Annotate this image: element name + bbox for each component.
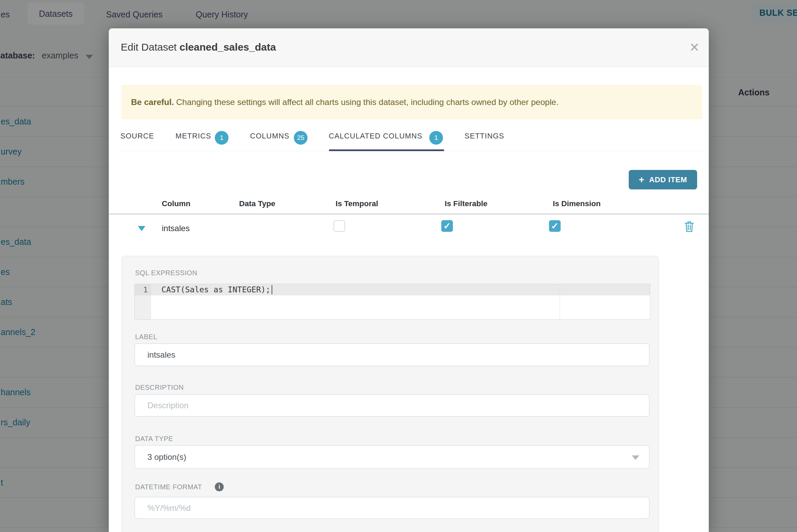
is-temporal-checkbox[interactable] bbox=[334, 220, 345, 232]
editor-line-number: 1 bbox=[135, 284, 151, 295]
modal-header: Edit Dataset cleaned_sales_data ✕ bbox=[109, 28, 709, 67]
editor-print-margin bbox=[560, 284, 560, 319]
warning-bold: Be careful. bbox=[131, 97, 174, 107]
caret-down-icon[interactable] bbox=[138, 226, 145, 231]
info-icon[interactable]: i bbox=[215, 482, 224, 491]
close-icon[interactable]: ✕ bbox=[686, 39, 703, 56]
tab-columns[interactable]: COLUMNS bbox=[250, 132, 289, 141]
is-filterable-checkbox[interactable] bbox=[441, 220, 453, 232]
sql-expression-editor[interactable]: 1 CAST(Sales as INTEGER); bbox=[134, 284, 650, 320]
warning-banner-text: Be careful. Changing these settings will… bbox=[121, 97, 559, 107]
data-type-value: 3 option(s) bbox=[147, 452, 186, 462]
is-dimension-checkbox[interactable] bbox=[549, 220, 561, 232]
trash-icon[interactable] bbox=[684, 221, 694, 232]
warning-rest: Changing these settings will affect all … bbox=[174, 97, 559, 107]
modal-title-dataset-name: cleaned_sales_data bbox=[180, 41, 276, 53]
calculated-columns-count-badge: 1 bbox=[429, 131, 443, 145]
description-input[interactable] bbox=[134, 394, 650, 417]
column-header-column: Column bbox=[162, 199, 191, 208]
sql-expression-label: SQL EXPRESSION bbox=[135, 269, 197, 277]
datetime-format-field-label: DATETIME FORMAT bbox=[135, 483, 202, 491]
column-header-is-temporal: Is Temporal bbox=[336, 199, 378, 208]
calculated-column-editor-panel: SQL EXPRESSION 1 CAST(Sales as INTEGER);… bbox=[121, 256, 659, 532]
description-field-label: DESCRIPTION bbox=[135, 384, 184, 391]
modal-title: Edit Dataset cleaned_sales_data bbox=[121, 41, 276, 53]
sql-expression-code: CAST(Sales as INTEGER); bbox=[161, 285, 271, 294]
text-cursor bbox=[272, 285, 272, 294]
column-header-is-filterable: Is Filterable bbox=[445, 199, 487, 208]
label-field-label: LABEL bbox=[135, 333, 157, 341]
data-type-select[interactable]: 3 option(s) bbox=[134, 445, 650, 469]
add-item-label: ADD ITEM bbox=[649, 175, 687, 184]
columns-count-badge: 25 bbox=[294, 131, 308, 145]
column-header-is-dimension: Is Dimension bbox=[553, 199, 601, 208]
tab-source[interactable]: SOURCE bbox=[120, 132, 154, 141]
modal-title-prefix: Edit Dataset bbox=[121, 41, 180, 53]
calculated-column-name: intsales bbox=[162, 223, 190, 234]
tab-settings[interactable]: SETTINGS bbox=[465, 132, 504, 141]
datetime-format-input[interactable] bbox=[134, 497, 650, 519]
select-caret-icon[interactable] bbox=[632, 455, 639, 460]
label-input[interactable] bbox=[134, 343, 650, 366]
columns-table-header-divider bbox=[109, 213, 709, 215]
column-header-data-type: Data Type bbox=[239, 199, 275, 208]
add-item-button[interactable]: + ADD ITEM bbox=[629, 170, 697, 189]
active-tab-underline bbox=[329, 149, 444, 151]
tab-metrics[interactable]: METRICS bbox=[175, 132, 211, 141]
plus-icon: + bbox=[639, 175, 644, 185]
metrics-count-badge: 1 bbox=[215, 131, 228, 145]
edit-dataset-modal: Edit Dataset cleaned_sales_data ✕ Be car… bbox=[109, 28, 709, 532]
tab-calculated-columns[interactable]: CALCULATED COLUMNS bbox=[329, 132, 422, 141]
data-type-field-label: DATA TYPE bbox=[135, 435, 173, 443]
screen: es Datasets Saved Queries Query History … bbox=[0, 0, 797, 532]
warning-banner: Be careful. Changing these settings will… bbox=[121, 85, 702, 119]
